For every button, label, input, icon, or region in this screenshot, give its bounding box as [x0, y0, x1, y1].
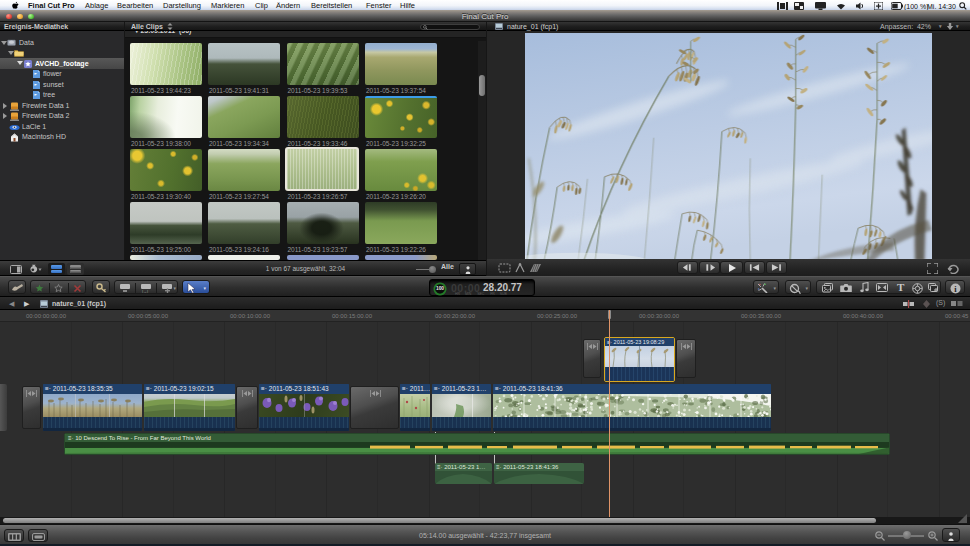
- svg-text:I→I: I→I: [142, 289, 148, 294]
- svg-text:100: 100: [436, 286, 444, 291]
